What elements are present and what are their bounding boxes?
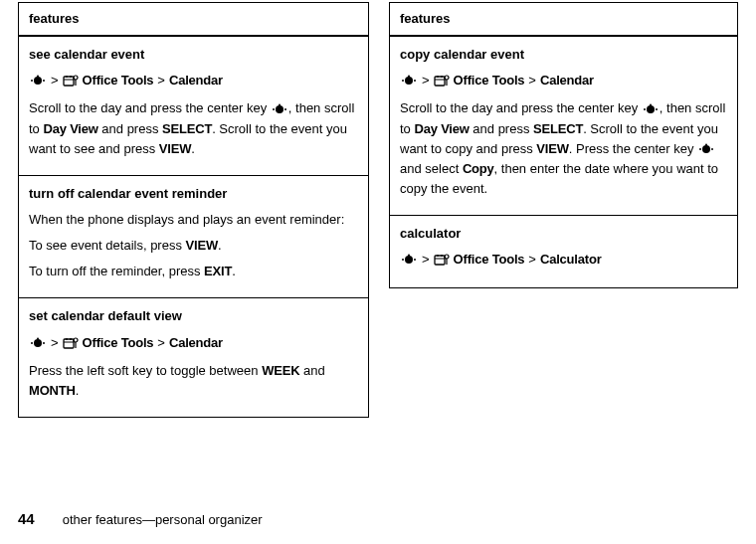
chevron: >: [528, 250, 536, 270]
svg-point-2: [43, 80, 45, 82]
svg-point-10: [276, 105, 284, 113]
svg-point-22: [74, 338, 78, 342]
office-tools-icon: [63, 74, 79, 88]
nav-path: > Office Tools > Calendar: [29, 71, 358, 91]
svg-point-12: [284, 108, 286, 110]
page-number: 44: [18, 507, 35, 530]
svg-point-36: [656, 108, 658, 110]
center-key-icon: [29, 337, 47, 349]
nav-path: > Office Tools > Calendar: [29, 333, 358, 353]
page-columns: features see calendar event > Office Too…: [0, 0, 756, 418]
feature-cell: calculator > Office Tools > Calculator: [390, 216, 737, 287]
instruction-text: Press the left soft key to toggle betwee…: [29, 361, 358, 401]
feature-title: see calendar event: [29, 45, 358, 65]
svg-point-45: [408, 255, 410, 257]
svg-rect-18: [64, 339, 74, 348]
svg-point-25: [402, 80, 404, 82]
feature-title: set calendar default view: [29, 306, 358, 326]
svg-rect-4: [64, 77, 74, 86]
nav-item: Calendar: [169, 71, 223, 91]
nav-item: Office Tools: [454, 250, 525, 270]
feature-cell: copy calendar event > Office Tools > Cal…: [390, 37, 737, 216]
svg-point-43: [402, 259, 404, 261]
svg-point-35: [644, 108, 646, 110]
nav-path: > Office Tools > Calendar: [400, 71, 727, 91]
chevron: >: [51, 71, 59, 91]
instruction-text: Scroll to the day and press the center k…: [400, 98, 727, 199]
feature-cell: set calendar default view > Office Tools…: [19, 298, 368, 417]
feature-title: calculator: [400, 224, 727, 244]
svg-point-24: [405, 77, 413, 85]
instruction-text: To see event details, press VIEW.: [29, 236, 358, 256]
feature-cell: see calendar event > Office Tools > Cale…: [19, 37, 368, 176]
svg-point-41: [705, 144, 707, 146]
office-tools-icon: [63, 336, 79, 350]
svg-point-1: [31, 80, 33, 82]
svg-point-27: [408, 76, 410, 78]
feature-cell: turn off calendar event reminder When th…: [19, 176, 368, 299]
right-column-wrap: features copy calendar event > Office To…: [389, 2, 738, 418]
svg-point-14: [34, 339, 42, 347]
instruction-text: When the phone displays and plays an eve…: [29, 210, 358, 230]
svg-point-40: [711, 148, 713, 150]
left-column: features see calendar event > Office Too…: [18, 2, 369, 418]
center-key-icon: [271, 103, 288, 115]
svg-point-11: [273, 108, 275, 110]
chevron: >: [422, 250, 430, 270]
center-key-icon: [697, 143, 715, 155]
svg-rect-46: [435, 256, 445, 265]
nav-path: > Office Tools > Calculator: [400, 250, 727, 270]
svg-point-17: [37, 337, 39, 339]
nav-item: Calendar: [169, 333, 223, 353]
svg-rect-28: [435, 77, 445, 86]
column-header-right: features: [390, 3, 737, 37]
svg-point-26: [414, 80, 416, 82]
instruction-text: Scroll to the day and press the center k…: [29, 98, 358, 158]
chevron: >: [422, 71, 430, 91]
center-key-icon: [642, 103, 660, 115]
center-key-icon: [400, 75, 418, 87]
chevron: >: [157, 71, 165, 91]
svg-point-34: [647, 105, 655, 113]
svg-point-0: [34, 77, 42, 85]
chevron: >: [51, 333, 59, 353]
instruction-text: To turn off the reminder, press EXIT.: [29, 262, 358, 281]
feature-title: copy calendar event: [400, 45, 727, 65]
nav-item: Calculator: [540, 250, 602, 270]
page-footer: 44 other features—personal organizer: [18, 507, 263, 530]
footer-text: other features—personal organizer: [63, 510, 263, 530]
office-tools-icon: [434, 74, 450, 88]
svg-point-42: [405, 256, 413, 264]
column-header-left: features: [19, 3, 368, 37]
svg-point-38: [702, 145, 710, 153]
nav-item: Office Tools: [454, 71, 525, 91]
feature-title: turn off calendar event reminder: [29, 184, 358, 204]
chevron: >: [528, 71, 536, 91]
office-tools-icon: [434, 253, 450, 267]
svg-point-39: [699, 148, 701, 150]
nav-item: Office Tools: [83, 71, 154, 91]
nav-item: Calendar: [540, 71, 594, 91]
svg-point-13: [279, 103, 281, 105]
svg-point-44: [414, 259, 416, 261]
center-key-icon: [29, 75, 47, 87]
svg-point-37: [650, 103, 652, 105]
svg-point-15: [31, 342, 33, 344]
right-column: features copy calendar event > Office To…: [389, 2, 738, 288]
center-key-icon: [400, 254, 418, 266]
chevron: >: [157, 333, 165, 353]
nav-item: Office Tools: [83, 333, 154, 353]
svg-point-3: [37, 76, 39, 78]
svg-point-16: [43, 342, 45, 344]
svg-point-8: [74, 76, 78, 80]
